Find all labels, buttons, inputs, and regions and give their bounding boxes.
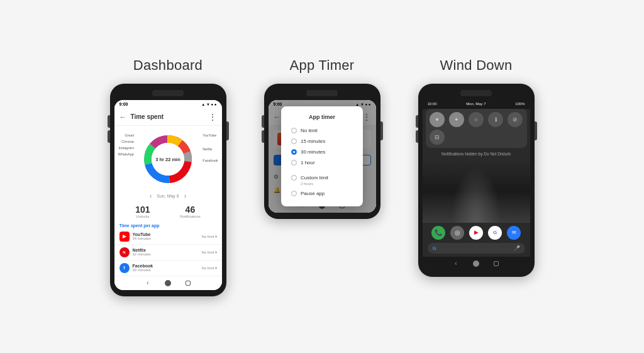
dock-play-icon[interactable]: ▶ — [469, 226, 483, 240]
dock-google-icon[interactable]: G — [488, 226, 502, 240]
radio-custom[interactable] — [291, 175, 297, 181]
google-g-logo: G — [433, 245, 436, 251]
phone-notch-3 — [460, 90, 492, 96]
next-date-btn[interactable]: › — [184, 193, 186, 199]
dashboard-title: Time spent — [131, 113, 208, 120]
app-dock: 📞 ◎ ▶ G ✉ — [423, 223, 530, 243]
option-label-1: 15 minutes — [301, 138, 325, 144]
option-1hour[interactable]: 1 hour — [291, 157, 353, 168]
vol-down-btn-2 — [262, 130, 264, 143]
option-label-4: Custom limit — [301, 175, 328, 181]
back-nav-btn-3[interactable]: ‹ — [452, 260, 460, 267]
custom-option-content: Custom limit 2 hours — [301, 171, 328, 186]
dashboard-header: ← Time spent ⋮ — [114, 109, 222, 126]
vol-up-btn-1 — [108, 115, 110, 128]
time-1: 9:00 — [119, 102, 128, 106]
chart-right-labels: YouTube Netflix Facebook — [203, 133, 218, 162]
wind-down-label: Wind Down — [440, 57, 512, 74]
dock-camera-icon[interactable]: ◎ — [450, 226, 464, 240]
qs-tile-circle[interactable]: ○ — [469, 112, 484, 127]
app-item-facebook[interactable]: f Facebook 30 minutes No limit ▾ — [114, 261, 222, 276]
power-btn-2 — [380, 121, 383, 140]
option-pause[interactable]: Pause app — [291, 188, 353, 199]
status-icons-1: ▲ ▼ ● ● — [201, 103, 216, 106]
date-label: Sun, May 6 — [157, 194, 179, 198]
netflix-icon: N — [119, 247, 130, 257]
youtube-name: YouTube — [133, 232, 199, 237]
power-btn-1 — [226, 121, 229, 140]
dashboard-label: Dashboard — [133, 57, 203, 74]
dashboard-column: Dashboard 9:00 ▲ ▼ ● ● ← Time spent ⋮ — [110, 57, 226, 296]
vol-up-btn-3 — [416, 115, 418, 128]
radio-no-limit[interactable] — [291, 128, 297, 133]
status-bar-1: 9:00 ▲ ▼ ● ● — [114, 100, 222, 109]
youtube-info: YouTube 34 minutes — [133, 232, 199, 240]
youtube-time: 34 minutes — [133, 237, 199, 240]
power-btn-3 — [535, 121, 537, 140]
quick-settings-panel: ♥ ✦ ○ ℹ ⊘ ⊟ — [426, 109, 527, 148]
qs-tile-dnd[interactable]: ⊘ — [508, 112, 523, 127]
vol-down-btn-1 — [108, 130, 110, 143]
option-30min[interactable]: 30 minutes — [291, 147, 353, 157]
recent-nav-btn[interactable] — [184, 279, 192, 287]
home-nav-btn-3[interactable] — [472, 260, 480, 267]
donut-chart-area: Gmail Chrome Instagram WhatsApp — [114, 126, 222, 190]
netflix-info: Netflix 32 minutes — [133, 248, 199, 256]
more-btn-1[interactable]: ⋮ — [208, 112, 217, 122]
facebook-limit[interactable]: No limit ▾ — [201, 266, 216, 270]
option-15min[interactable]: 15 minutes — [291, 136, 353, 147]
wind-down-battery: 100% — [515, 102, 525, 107]
donut-svg-container: 3 hr 22 min — [140, 131, 196, 188]
app-timer-column: App Timer 9:00 ▲ ▼ ● ● ← App usage ⋮ — [264, 57, 380, 219]
section-title-1: Time spent per app — [114, 221, 222, 229]
google-search-bar[interactable]: G 🎤 — [428, 243, 525, 254]
qs-tile-bluetooth[interactable]: ✦ — [449, 112, 464, 127]
nav-bar-1: ‹ — [114, 276, 222, 290]
qs-tile-extra[interactable]: ⊟ — [430, 130, 445, 145]
phone3-screen: 10:00 Mon, May 7 100% ♥ ✦ ○ ℹ ⊘ ⊟ Notifi… — [423, 100, 530, 271]
main-scene: Dashboard 9:00 ▲ ▼ ● ● ← Time spent ⋮ — [0, 45, 644, 309]
phone-dashboard: 9:00 ▲ ▼ ● ● ← Time spent ⋮ Gmail Chrome… — [110, 84, 226, 296]
notifications-label: Notifications — [180, 215, 201, 218]
recent-nav-btn-3[interactable] — [492, 260, 500, 267]
netflix-limit[interactable]: No limit ▾ — [201, 250, 216, 254]
option-label-2: 30 minutes — [301, 149, 325, 155]
dark-status-bar: 10:00 Mon, May 7 100% — [423, 100, 530, 109]
qs-tile-info[interactable]: ℹ — [488, 112, 503, 127]
app-item-youtube[interactable]: ▶ YouTube 34 minutes No limit ▾ — [114, 229, 222, 245]
dock-phone-icon[interactable]: 📞 — [431, 226, 445, 240]
radio-30min[interactable] — [291, 149, 297, 155]
unlocks-number: 101 — [135, 205, 150, 215]
app-timer-label: App Timer — [290, 57, 355, 74]
youtube-limit[interactable]: No limit ▾ — [201, 234, 216, 238]
option-no-limit[interactable]: No limit — [291, 125, 353, 136]
qs-tile-heart[interactable]: ♥ — [430, 112, 445, 127]
dock-msg-icon[interactable]: ✉ — [507, 226, 521, 240]
vol-up-btn-2 — [262, 115, 264, 128]
back-nav-btn[interactable]: ‹ — [144, 279, 152, 287]
option-label-3: 1 hour — [301, 160, 315, 165]
app-timer-modal-overlay[interactable]: App timer No limit 15 minutes 30 minutes — [269, 100, 376, 213]
wallpaper-blob — [451, 166, 501, 223]
wallpaper-area — [423, 160, 530, 223]
google-mic-icon[interactable]: 🎤 — [514, 245, 520, 251]
radio-pause[interactable] — [291, 191, 297, 196]
radio-1hour[interactable] — [291, 160, 297, 165]
app-timer-modal: App timer No limit 15 minutes 30 minutes — [281, 106, 363, 206]
notifications-number: 46 — [180, 205, 201, 215]
option-custom[interactable]: Custom limit 2 hours — [291, 168, 353, 188]
phone2-screen: 9:00 ▲ ▼ ● ● ← App usage ⋮ ▶ Google Play… — [269, 100, 376, 213]
facebook-icon: f — [119, 263, 130, 273]
back-btn-1[interactable]: ← — [119, 113, 127, 121]
donut-center-text: 3 hr 22 min — [155, 156, 180, 162]
phone-notch-1 — [152, 90, 184, 96]
unlocks-stat: 101 Unlocks — [135, 205, 150, 218]
option-label-0: No limit — [301, 128, 318, 133]
stats-row: 101 Unlocks 46 Notifications — [114, 202, 222, 221]
app-item-netflix[interactable]: N Netflix 32 minutes No limit ▾ — [114, 245, 222, 261]
radio-15min[interactable] — [291, 138, 297, 144]
wind-down-date: Mon, May 7 — [466, 102, 486, 107]
modal-title: App timer — [291, 114, 353, 120]
prev-date-btn[interactable]: ‹ — [150, 193, 152, 199]
home-nav-btn[interactable] — [164, 279, 172, 287]
